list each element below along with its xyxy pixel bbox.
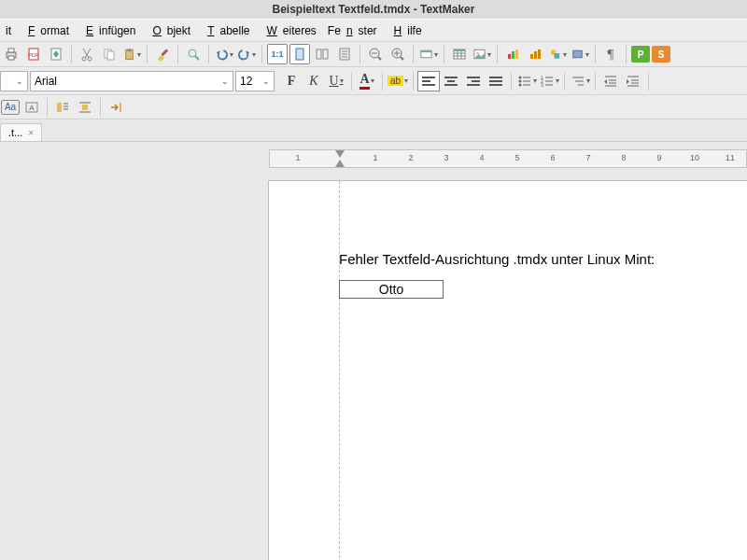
menu-item-partial[interactable]: it [0, 24, 17, 37]
font-color-button[interactable]: A [356, 71, 378, 91]
svg-point-7 [88, 57, 92, 61]
zoom-in-button[interactable] [388, 44, 408, 64]
ruler-num: 3 [444, 153, 448, 162]
print-button[interactable] [1, 44, 21, 64]
ruler-num: 1 [373, 153, 377, 162]
svg-rect-44 [538, 49, 541, 59]
ruler-num: 7 [585, 153, 590, 162]
menu-objekt[interactable]: Objekt [141, 24, 196, 37]
svg-rect-30 [421, 50, 431, 52]
textbox-aa-button[interactable]: Aa [1, 100, 20, 115]
ruler-num: 6 [550, 153, 555, 162]
insert-table-button[interactable] [449, 44, 470, 64]
textwrap-button[interactable] [52, 97, 73, 118]
view-1to1-button[interactable]: 1:1 [267, 44, 288, 64]
ruler-num: 10 [690, 153, 699, 162]
svg-rect-73 [57, 103, 62, 112]
font-combo[interactable]: Arial⌄ [30, 71, 233, 91]
zoom-out-button[interactable] [365, 44, 386, 64]
workspace: 1 1 2 3 4 5 6 7 8 9 10 11 Fehler Textfel… [0, 142, 747, 560]
pdf-button[interactable]: PDF [23, 44, 44, 64]
font-size: 12 [240, 75, 252, 88]
view-page-button[interactable] [289, 44, 310, 64]
epub-button[interactable] [46, 44, 66, 64]
textbox-a-button[interactable]: A [21, 97, 42, 118]
document-text-line[interactable]: Fehler Textfeld-Ausrichtung .tmdx unter … [339, 251, 747, 267]
cut-button[interactable] [77, 44, 97, 64]
ruler-num: 4 [479, 153, 484, 162]
highlight-button[interactable]: ab [387, 71, 409, 91]
direction-button[interactable] [106, 97, 126, 118]
style-combo[interactable]: ⌄ [0, 71, 28, 91]
align-justify-button[interactable] [485, 71, 507, 91]
svg-rect-16 [317, 49, 321, 59]
indent-button[interactable] [622, 71, 644, 91]
outdent-button[interactable] [599, 71, 622, 91]
document-page[interactable]: Fehler Textfeld-Ausrichtung .tmdx unter … [269, 181, 747, 560]
menu-tabelle[interactable]: Tabelle [196, 24, 255, 37]
svg-rect-43 [534, 51, 537, 59]
svg-rect-9 [107, 51, 114, 60]
presentations-badge[interactable]: S [652, 46, 670, 63]
bullets-button[interactable] [515, 71, 538, 91]
margin-guide [339, 181, 340, 560]
multilevel-button[interactable] [569, 71, 591, 91]
svg-point-6 [82, 57, 86, 61]
svg-rect-1 [8, 49, 14, 52]
redo-button[interactable] [236, 44, 257, 64]
numbering-button[interactable]: 123 [538, 71, 560, 91]
svg-text:A: A [29, 104, 35, 112]
menu-fenster[interactable]: Fenster [322, 24, 383, 37]
toolbar-objects: Aa A [0, 95, 747, 119]
planmaker-badge[interactable]: P [631, 46, 650, 63]
font-size-combo[interactable]: 12⌄ [235, 71, 275, 91]
shapes-button[interactable] [547, 44, 568, 64]
svg-point-48 [518, 76, 521, 78]
textwrap2-button[interactable] [75, 97, 95, 118]
format-paintbrush-button[interactable] [152, 44, 173, 64]
chart2-button[interactable] [525, 44, 545, 64]
horizontal-ruler[interactable]: 1 1 2 3 4 5 6 7 8 9 10 11 [269, 149, 747, 168]
insert-image-button[interactable] [472, 44, 492, 64]
svg-rect-42 [530, 54, 533, 59]
menu-format[interactable]: Format [17, 24, 75, 37]
font-name: Arial [35, 75, 57, 88]
indent-left-marker[interactable] [335, 160, 345, 167]
svg-rect-78 [82, 105, 88, 110]
copy-button[interactable] [99, 44, 120, 64]
bold-button[interactable]: F [280, 71, 303, 91]
close-icon[interactable]: × [28, 128, 34, 138]
document-tabs: .t... × [0, 119, 747, 142]
view-outline-button[interactable] [334, 44, 355, 64]
ruler-num: 1 [295, 153, 300, 162]
align-left-button[interactable] [417, 71, 440, 91]
toolbar-main: PDF 1:1 ¶ P S [0, 41, 747, 67]
svg-point-50 [518, 79, 521, 82]
document-tab[interactable]: .t... × [0, 123, 42, 141]
insert-object-button[interactable] [418, 44, 439, 64]
undo-button[interactable] [214, 44, 234, 64]
zoom-button[interactable] [183, 44, 204, 64]
pilcrow-button[interactable]: ¶ [600, 44, 621, 64]
svg-point-52 [518, 83, 521, 86]
indent-first-line-marker[interactable] [335, 150, 345, 158]
text-field-object[interactable]: Otto [339, 280, 444, 299]
align-right-button[interactable] [462, 71, 485, 91]
italic-button[interactable]: K [303, 71, 325, 91]
chart-button[interactable] [502, 44, 523, 64]
menu-hilfe[interactable]: Hilfe [383, 24, 428, 37]
svg-rect-17 [323, 49, 328, 59]
menu-weiteres[interactable]: Weiteres [256, 24, 322, 37]
menu-einfuegen[interactable]: Einfügen [75, 24, 141, 37]
paste-button[interactable] [121, 44, 142, 64]
view-multi-button[interactable] [312, 44, 332, 64]
align-center-button[interactable] [440, 71, 462, 91]
svg-rect-40 [512, 51, 514, 59]
svg-rect-46 [555, 53, 560, 59]
underline-button[interactable]: U [325, 71, 347, 91]
menu-bar: it Format Einfügen Objekt Tabelle Weiter… [0, 19, 747, 41]
shapes2-button[interactable] [570, 44, 590, 64]
svg-text:3: 3 [541, 82, 543, 88]
svg-rect-11 [128, 49, 132, 51]
svg-line-24 [378, 57, 381, 60]
